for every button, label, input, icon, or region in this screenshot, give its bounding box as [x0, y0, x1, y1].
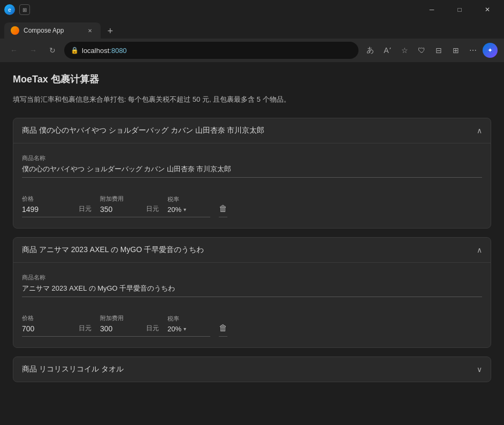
price-group-1: 价格 1499 — [22, 186, 75, 217]
product-title-3: 商品 リコリスリコイル タオル — [22, 365, 124, 374]
tax-label-1: 税率 — [167, 195, 210, 203]
copilot-button[interactable]: ✦ — [483, 43, 498, 58]
forward-button[interactable]: → — [26, 43, 41, 58]
price-unit-1: 日元 — [75, 204, 100, 217]
chevron-up-icon-1: ∧ — [477, 126, 482, 135]
tab-title: Compose App — [24, 27, 81, 34]
lock-icon: 🔒 — [71, 47, 79, 54]
price-value-2[interactable]: 700 — [22, 324, 75, 337]
window-controls: ─ □ ✕ — [419, 2, 500, 18]
tab-bar: Compose App ✕ + — [0, 19, 504, 39]
chevron-down-icon-3: ∨ — [477, 365, 482, 374]
price-label-1: 价格 — [22, 195, 75, 203]
addon-label-1: 附加费用 — [100, 195, 143, 203]
addon-group-1: 附加费用 350 — [100, 186, 143, 217]
tax-label-2: 税率 — [167, 315, 210, 323]
translate-btn[interactable]: あ — [363, 43, 378, 58]
product-body-2: 商品名称 アニサマ 2023 AXEL の MyGO 千早愛音のうちわ 价格 7… — [13, 262, 491, 347]
refresh-button[interactable]: ↻ — [45, 43, 60, 58]
back-button[interactable]: ← — [6, 43, 21, 58]
product-header-2[interactable]: 商品 アニサマ 2023 AXEL の MyGO 千早愛音のうちわ ∧ — [13, 238, 491, 262]
page-description: 填写当前汇率和包裹信息来合单打包: 每个包裹关税不超过 50 元, 且包裹最多含… — [13, 94, 491, 105]
price-value-1[interactable]: 1499 — [22, 205, 75, 217]
more-tools-btn[interactable]: ⋯ — [465, 43, 480, 58]
name-label-1: 商品名称 — [22, 154, 482, 162]
product-title-1: 商品 僕の心のヤバイやつ ショルダーバッグ カバン 山田杏奈 市川京太郎 — [22, 126, 264, 135]
addon-unit-1: 日元 — [143, 204, 167, 217]
fields-row-2: 价格 700 日元 附加费用 300 日元 税率 20% ▾ — [22, 306, 482, 337]
price-label-2: 价格 — [22, 314, 75, 322]
tax-row-1: 20% ▾ — [167, 206, 210, 217]
name-label-2: 商品名称 — [22, 274, 482, 282]
product-body-1: 商品名称 僕の心のヤバイやつ ショルダーバッグ カバン 山田杏奈 市川京太郎 价… — [13, 143, 491, 228]
address-text: localhost:8080 — [82, 47, 352, 55]
collections-btn[interactable]: ⊞ — [448, 43, 463, 58]
addon-unit-2: 日元 — [143, 324, 167, 337]
tax-dropdown-icon-2[interactable]: ▾ — [184, 326, 186, 332]
active-tab[interactable]: Compose App ✕ — [4, 22, 101, 39]
tax-row-2: 20% ▾ — [167, 325, 210, 337]
browser-frame: e ⊞ ─ □ ✕ Compose App ✕ + ← → ↻ — [0, 0, 504, 425]
name-value-2[interactable]: アニサマ 2023 AXEL の MyGO 千早愛音のうちわ — [22, 284, 482, 297]
product-title-2: 商品 アニサマ 2023 AXEL の MyGO 千早愛音のうちわ — [22, 245, 204, 255]
addon-label-2: 附加费用 — [100, 314, 143, 322]
tax-value-2[interactable]: 20% — [167, 325, 181, 333]
tax-value-1[interactable]: 20% — [167, 206, 181, 214]
product-card-3: 商品 リコリスリコイル タオル ∨ — [13, 356, 491, 382]
tab-manager-btn[interactable]: ⊞ — [19, 4, 30, 15]
title-bar: e ⊞ ─ □ ✕ — [0, 0, 504, 19]
tax-group-2: 税率 20% ▾ — [167, 306, 210, 337]
product-header-1[interactable]: 商品 僕の心のヤバイやつ ショルダーバッグ カバン 山田杏奈 市川京太郎 ∧ — [13, 118, 491, 143]
browser-logo: e — [4, 4, 15, 15]
delete-button-1[interactable]: 🗑 — [219, 204, 227, 217]
addon-group-2: 附加费用 300 — [100, 306, 143, 337]
product-header-3[interactable]: 商品 リコリスリコイル タオル ∨ — [13, 357, 491, 382]
browser-essentials-btn[interactable]: 🛡 — [414, 43, 429, 58]
price-group-2: 价格 700 — [22, 306, 75, 337]
price-unit-2: 日元 — [75, 324, 100, 337]
tax-group-1: 税率 20% ▾ — [167, 187, 210, 217]
favorites-btn[interactable]: ☆ — [397, 43, 412, 58]
tax-dropdown-icon-1[interactable]: ▾ — [184, 207, 186, 212]
toolbar-icons: あ Aʼ ☆ 🛡 ⊟ ⊞ ⋯ ✦ — [363, 43, 498, 58]
fields-row-1: 价格 1499 日元 附加费用 350 日元 税率 20% ▾ — [22, 186, 482, 217]
product-card-2: 商品 アニサマ 2023 AXEL の MyGO 千早愛音のうちわ ∧ 商品名称… — [13, 237, 491, 348]
addon-value-2[interactable]: 300 — [100, 324, 143, 337]
tab-close-button[interactable]: ✕ — [86, 26, 94, 35]
chevron-up-icon-2: ∧ — [477, 246, 482, 254]
address-input[interactable]: 🔒 localhost:8080 — [64, 42, 358, 59]
product-card-1: 商品 僕の心のヤバイやつ ショルダーバッグ カバン 山田杏奈 市川京太郎 ∧ 商… — [13, 118, 491, 229]
page-title: MoeTax 包裹计算器 — [13, 73, 491, 86]
read-aloud-btn[interactable]: Aʼ — [380, 43, 395, 58]
addon-value-1[interactable]: 350 — [100, 205, 143, 217]
split-screen-btn[interactable]: ⊟ — [431, 43, 446, 58]
minimize-button[interactable]: ─ — [419, 2, 444, 18]
maximize-button[interactable]: □ — [447, 2, 472, 18]
page-content: MoeTax 包裹计算器 填写当前汇率和包裹信息来合单打包: 每个包裹关税不超过… — [0, 62, 504, 425]
tab-favicon — [11, 26, 19, 35]
name-value-1[interactable]: 僕の心のヤバイやつ ショルダーバッグ カバン 山田杏奈 市川京太郎 — [22, 164, 482, 178]
close-button[interactable]: ✕ — [475, 2, 500, 18]
address-bar: ← → ↻ 🔒 localhost:8080 あ Aʼ ☆ 🛡 ⊟ ⊞ ⋯ ✦ — [0, 39, 504, 62]
delete-button-2[interactable]: 🗑 — [219, 323, 227, 337]
new-tab-button[interactable]: + — [103, 24, 118, 39]
